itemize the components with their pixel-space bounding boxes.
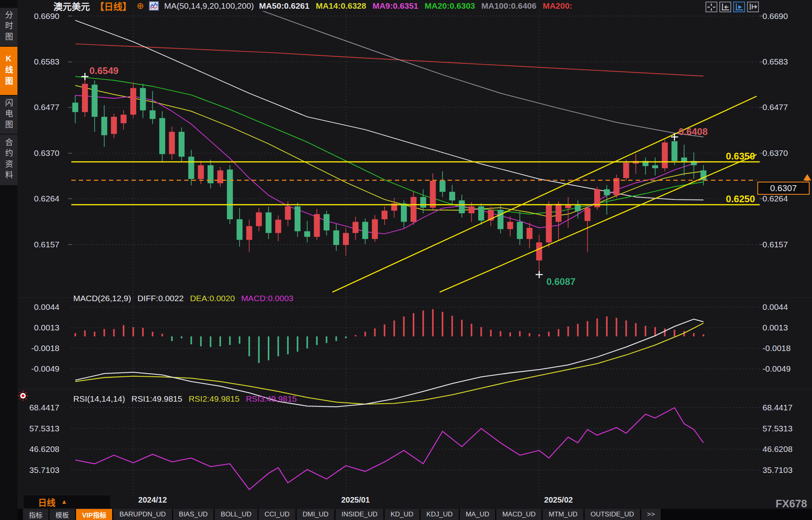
sidebar-item-3[interactable]: 闪电图 (0, 96, 17, 134)
y-axis-label-right: 0.6690 (762, 11, 788, 21)
rsi-axis-label-right: 57.5313 (762, 424, 793, 433)
rsi-values-label: RSI2:49.9815 (189, 394, 239, 404)
indicator-tabbar: 指标模板VIP指标BARUPDN_UDBIAS_UDBOLL_UDCCI_UDD… (0, 509, 812, 520)
macd-axis-label-left: 0.0044 (28, 302, 59, 312)
alert-dot-icon[interactable] (17, 390, 29, 403)
price-mark-label: 0.6408 (679, 126, 707, 137)
y-axis-label-right: 0.6583 (762, 57, 788, 66)
rsi-axis-label-left: 57.5313 (28, 424, 59, 433)
axis-shift-icon[interactable] (747, 2, 759, 12)
support-resistance-label: 0.6250 (707, 194, 755, 205)
ma-settings-label: MA(50,14,9,20,100,200) (164, 1, 254, 11)
macd-axis-label-left: -0.0018 (28, 344, 59, 353)
indicator-tab-inside_ud[interactable]: INSIDE_UD (335, 509, 383, 520)
price-mark-label: 0.6549 (90, 65, 118, 76)
macd-panel-header: MACD(26,12,9) DIFF:0.0022DEA:0.0020MACD:… (73, 294, 294, 303)
macd-values: DIFF:0.0022DEA:0.0020MACD:0.0003 (137, 294, 294, 303)
current-price-value: 0.6307 (770, 183, 797, 194)
rsi-axis-label-right: 35.7103 (762, 465, 793, 475)
rsi-axis-label-left: 68.4417 (28, 403, 59, 412)
macd-axis-label-right: 0.0044 (762, 302, 788, 312)
x-axis-label: 2025/01 (341, 495, 370, 505)
sidebar-item-2[interactable]: K线图 (0, 47, 17, 95)
indicator-tab-barupdn_ud[interactable]: BARUPDN_UD (113, 509, 172, 520)
rsi-axis-label-right: 46.6208 (762, 444, 793, 454)
y-axis-label-left: 0.6477 (28, 102, 59, 112)
indicator-tab-kdj_ud[interactable]: KDJ_UD (421, 509, 459, 520)
ma-value-label: MA200: (543, 1, 572, 11)
sidebar-item-1[interactable]: 分时图 (0, 8, 17, 46)
macd-values-label: MACD:0.0003 (241, 294, 294, 303)
ma-value-label: MA50:0.6261 (259, 1, 309, 11)
indicator-tab-macd_ud[interactable]: MACD_UD (496, 509, 541, 520)
chart-toolbar (705, 2, 759, 12)
y-axis-label-left: 0.6264 (28, 194, 59, 203)
rsi-panel-header: RSI(14,14,14) RSI1:49.9815RSI2:49.9815RS… (73, 394, 297, 404)
indicator-tab->>[interactable]: >> (641, 509, 661, 520)
macd-axis-label-left: 0.0013 (28, 323, 59, 332)
macd-title: MACD(26,12,9) (73, 294, 131, 303)
indicator-tab-outside_ud[interactable]: OUTSIDE_UD (585, 509, 640, 520)
period-up-arrow-icon: ▲ (61, 498, 67, 505)
ma-value-label: MA20:0.6303 (425, 1, 475, 11)
sidebar-item-4[interactable]: 合约资料 (0, 135, 17, 185)
x-axis-label: 2025/02 (544, 495, 573, 505)
chart-style-icon[interactable] (149, 1, 159, 11)
period-selector[interactable]: 日线 ▲ (24, 495, 110, 508)
rsi-values-label: RSI1:49.9815 (132, 394, 182, 404)
axis-compress-icon[interactable] (719, 2, 731, 12)
y-axis-label-right: 0.6264 (762, 194, 788, 203)
indicator-tab-kd_ud[interactable]: KD_UD (385, 509, 419, 520)
add-indicator-icon[interactable]: ⊕ (137, 1, 144, 11)
chart-header: 澳元美元 【日线】 ⊕ MA(50,14,9,20,100,200) MA50:… (53, 0, 572, 12)
indicator-tab-指标[interactable]: 指标 (23, 509, 48, 520)
ma-values: MA50:0.6261MA14:0.6328MA9:0.6351MA20:0.6… (259, 1, 572, 11)
macd-axis-label-left: -0.0049 (28, 364, 59, 374)
indicator-tab-bias_ud[interactable]: BIAS_UD (173, 509, 214, 520)
chart-type-sidebar: 分时图K线图闪电图合约资料 (0, 0, 17, 520)
y-axis-label-right: 0.6157 (762, 240, 788, 249)
y-axis-label-left: 0.6370 (28, 148, 59, 158)
y-axis-label-left: 0.6157 (28, 240, 59, 249)
y-axis-label-right: 0.6370 (762, 148, 788, 158)
macd-axis-label-right: -0.0018 (762, 344, 791, 353)
indicator-tab-模板[interactable]: 模板 (50, 509, 75, 520)
period-label: 日线 (38, 495, 55, 508)
rsi-axis-label-right: 68.4417 (762, 403, 793, 412)
y-axis-label-left: 0.6583 (28, 57, 59, 66)
price-mark-label: 0.6087 (546, 276, 575, 287)
trading-app-window: 分时图K线图闪电图合约资料 澳元美元 【日线】 ⊕ MA(50,14,9,20,… (0, 0, 812, 520)
pan-crosshair-icon[interactable] (705, 2, 717, 12)
indicator-tab-dmi_ud[interactable]: DMI_UD (297, 509, 334, 520)
y-axis-label-left: 0.6690 (28, 11, 59, 21)
symbol-title: 澳元美元 (53, 0, 90, 13)
macd-values-label: DIFF:0.0022 (137, 294, 184, 303)
rsi-values-label: RSI3:49.9815 (246, 394, 297, 404)
rsi-values: RSI1:49.9815RSI2:49.9815RSI3:49.9815 (132, 394, 297, 404)
indicator-tab-ma_ud[interactable]: MA_UD (460, 509, 496, 520)
chart-canvas[interactable] (0, 0, 812, 520)
ma-value-label: MA100:0.6406 (481, 1, 536, 11)
rsi-title: RSI(14,14,14) (73, 394, 125, 404)
rsi-axis-label-left: 35.7103 (28, 465, 59, 475)
indicator-tab-mtm_ud[interactable]: MTM_UD (543, 509, 583, 520)
current-price-box: 0.6307 (757, 182, 810, 195)
macd-axis-label-right: -0.0049 (762, 364, 791, 374)
y-axis-label-right: 0.6477 (762, 102, 788, 112)
macd-values-label: DEA:0.0020 (190, 294, 235, 303)
axis-autoscroll-icon[interactable] (733, 2, 745, 12)
macd-axis-label-right: 0.0013 (762, 323, 788, 332)
indicator-tab-cci_ud[interactable]: CCI_UD (259, 509, 295, 520)
indicator-tab-boll_ud[interactable]: BOLL_UD (215, 509, 257, 520)
indicator-tab-vip指标[interactable]: VIP指标 (76, 509, 112, 520)
period-tag: 【日线】 (95, 0, 132, 13)
ma-value-label: MA14:0.6328 (316, 1, 366, 11)
support-resistance-label: 0.6350 (707, 151, 755, 162)
x-axis-label: 2024/12 (138, 495, 167, 505)
ma-value-label: MA9:0.6351 (372, 1, 418, 11)
watermark: FX678 (776, 498, 807, 510)
rsi-axis-label-left: 46.6208 (28, 444, 59, 454)
